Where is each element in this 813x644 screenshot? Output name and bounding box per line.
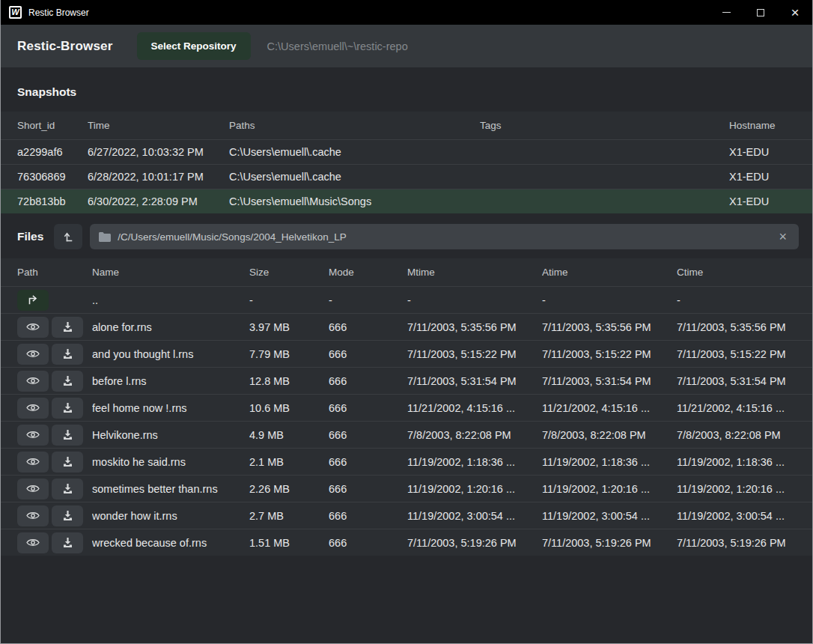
snapshot-row[interactable]: 763068696/28/2022, 10:01:17 PMC:\Users\e…	[1, 164, 812, 189]
download-file-button[interactable]	[52, 371, 83, 392]
snapshot-paths: C:\Users\emuell\.cache	[229, 146, 480, 158]
download-file-button[interactable]	[52, 452, 83, 473]
download-icon	[62, 348, 73, 359]
download-file-button[interactable]	[52, 344, 83, 365]
eye-icon	[26, 430, 40, 440]
file-ctime: 7/11/2003, 5:19:26 PM	[677, 537, 796, 549]
files-section-title: Files	[17, 230, 43, 243]
download-icon	[62, 321, 73, 332]
snapshot-hostname: X1-EDU	[729, 195, 796, 207]
file-mode: 666	[329, 402, 407, 414]
file-size: 2.7 MB	[249, 510, 329, 522]
file-size: 7.79 MB	[249, 348, 329, 360]
clear-path-button[interactable]: ×	[773, 228, 793, 245]
preview-file-button[interactable]	[17, 452, 49, 473]
preview-file-button[interactable]	[17, 479, 49, 499]
file-atime: 7/11/2003, 5:19:26 PM	[542, 537, 677, 549]
close-button[interactable]: ×	[778, 0, 812, 25]
app-window: W Restic Browser × Restic-Browser Select…	[0, 0, 813, 644]
minimize-button[interactable]	[709, 0, 743, 25]
eye-icon	[26, 538, 40, 547]
download-icon	[62, 429, 73, 440]
file-size: 2.26 MB	[249, 483, 329, 495]
file-ctime: 7/11/2003, 5:35:56 PM	[677, 321, 796, 333]
titlebar-left: W Restic Browser	[1, 6, 89, 19]
snapshot-hostname: X1-EDU	[729, 171, 796, 183]
file-name: alone for.rns	[92, 321, 249, 333]
file-row: wrecked because of.rns1.51 MB6667/11/200…	[1, 529, 812, 556]
file-mode: 666	[329, 456, 407, 468]
file-mtime: 11/19/2002, 1:18:36 ...	[407, 456, 542, 468]
download-file-button[interactable]	[52, 479, 83, 499]
download-file-button[interactable]	[52, 317, 83, 338]
download-icon	[62, 483, 73, 494]
file-actions	[17, 398, 92, 419]
file-ctime: 7/11/2003, 5:15:22 PM	[677, 348, 796, 360]
file-mode: 666	[329, 321, 407, 333]
file-size: 12.8 MB	[249, 375, 329, 387]
file-size: -	[249, 294, 329, 306]
window-title: Restic Browser	[28, 7, 89, 18]
download-file-button[interactable]	[52, 532, 83, 553]
download-icon	[62, 402, 73, 413]
file-size: 10.6 MB	[249, 402, 329, 414]
file-mode: 666	[329, 537, 407, 549]
preview-file-button[interactable]	[17, 344, 49, 365]
file-name: Helvikone.rns	[92, 429, 249, 441]
file-mode: -	[329, 294, 407, 306]
file-mtime: -	[407, 294, 542, 306]
column-header-hostname: Hostname	[729, 120, 796, 131]
preview-file-button[interactable]	[17, 425, 49, 446]
file-row: alone for.rns3.97 MB6667/11/2003, 5:35:5…	[1, 313, 812, 340]
preview-file-button[interactable]	[17, 505, 49, 526]
file-actions	[17, 425, 92, 446]
file-ctime: 7/8/2003, 8:22:08 PM	[677, 429, 796, 441]
file-mtime: 11/21/2002, 4:15:16 ...	[407, 402, 542, 414]
snapshot-time: 6/27/2022, 10:03:32 PM	[88, 146, 229, 158]
file-atime: 7/11/2003, 5:35:56 PM	[542, 321, 677, 333]
column-header-paths: Paths	[229, 120, 480, 131]
current-path-value: /C/Users/emuell/Music/Songs/2004_Helveti…	[118, 231, 766, 243]
folder-icon	[99, 232, 111, 242]
column-header-mtime: Mtime	[407, 267, 542, 278]
download-file-button[interactable]	[52, 398, 83, 419]
column-header-size: Size	[249, 267, 329, 278]
column-header-tags: Tags	[480, 120, 729, 131]
snapshot-time: 6/30/2022, 2:28:09 PM	[88, 195, 229, 207]
file-name: ..	[92, 294, 249, 306]
file-mode: 666	[329, 348, 407, 360]
files-table-body: ..-----alone for.rns3.97 MB6667/11/2003,…	[1, 286, 812, 556]
level-up-icon	[63, 231, 74, 243]
preview-file-button[interactable]	[17, 317, 49, 338]
file-ctime: 11/19/2002, 1:20:16 ...	[677, 483, 796, 495]
go-to-parent-button[interactable]	[17, 290, 49, 311]
file-name: moskito he said.rns	[92, 456, 249, 468]
maximize-button[interactable]	[743, 0, 778, 25]
file-name: wrecked because of.rns	[92, 537, 249, 549]
file-atime: 7/11/2003, 5:15:22 PM	[542, 348, 677, 360]
snapshot-row[interactable]: a2299af66/27/2022, 10:03:32 PMC:\Users\e…	[1, 139, 812, 164]
goto-root-button[interactable]	[54, 224, 82, 249]
download-file-button[interactable]	[52, 425, 83, 446]
maximize-icon	[757, 9, 764, 16]
snapshot-row[interactable]: 72b813bb6/30/2022, 2:28:09 PMC:\Users\em…	[1, 189, 812, 213]
eye-icon	[26, 484, 40, 493]
file-ctime: 11/21/2002, 4:15:16 ...	[677, 402, 796, 414]
eye-icon	[26, 376, 40, 386]
select-repository-button[interactable]: Select Repository	[137, 32, 251, 60]
current-path-input[interactable]: /C/Users/emuell/Music/Songs/2004_Helveti…	[90, 224, 799, 249]
column-header-ctime: Ctime	[677, 267, 796, 278]
file-name: before l.rns	[92, 375, 249, 387]
file-atime: 11/19/2002, 3:00:54 ...	[542, 510, 677, 522]
download-file-button[interactable]	[52, 505, 83, 526]
preview-file-button[interactable]	[17, 532, 49, 553]
eye-icon	[26, 403, 40, 413]
download-icon	[62, 456, 73, 467]
download-icon	[62, 510, 73, 521]
file-actions	[17, 344, 92, 365]
preview-file-button[interactable]	[17, 398, 49, 419]
file-name: and you thought l.rns	[92, 348, 249, 360]
file-row: feel home now !.rns10.6 MB66611/21/2002,…	[1, 394, 812, 421]
file-row: and you thought l.rns7.79 MB6667/11/2003…	[1, 340, 812, 367]
preview-file-button[interactable]	[17, 371, 49, 392]
